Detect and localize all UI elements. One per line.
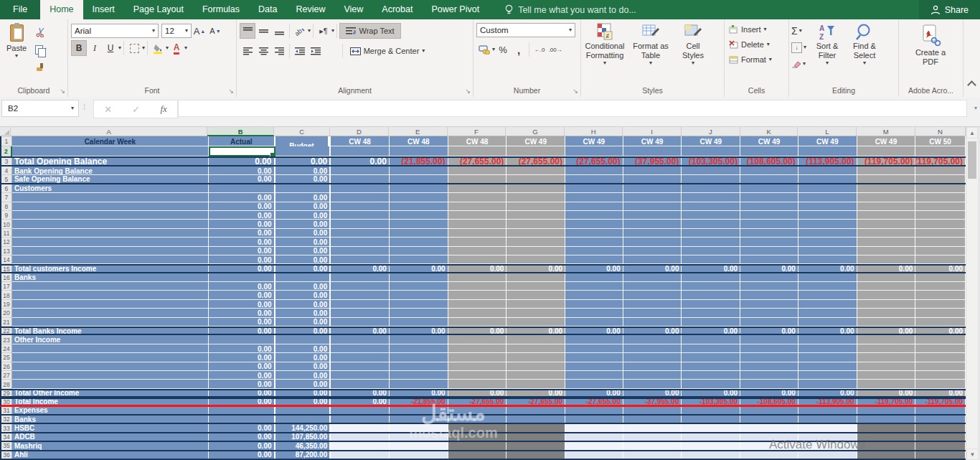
cell-G15[interactable]: 0.00 [507,266,565,271]
cell-J4[interactable] [682,166,740,175]
cell-A27[interactable] [12,371,209,380]
cell-D4[interactable] [331,166,390,175]
row-header-29[interactable]: 29 [1,390,12,396]
cell-L11[interactable] [798,229,857,238]
cell-C19[interactable]: 0.00 [275,300,331,309]
cell-D14[interactable] [331,255,390,264]
cell-E23[interactable] [390,335,448,344]
column-header-I[interactable]: I [623,127,682,136]
cell-N15[interactable]: 0.00 [915,266,966,271]
cell-N7[interactable] [915,193,966,202]
cell-L4[interactable] [798,166,857,175]
cell-C34[interactable]: 107,850.00 [275,433,331,441]
cell-E13[interactable] [390,247,448,255]
cell-J1[interactable]: CW 49 [682,136,740,146]
cell-J9[interactable] [682,211,740,220]
cell-J7[interactable] [682,193,740,202]
cell-K12[interactable] [740,238,798,246]
cell-K33[interactable] [740,424,798,431]
expand-formula-bar-icon[interactable]: ▾ [974,105,977,111]
cell-C6[interactable] [275,184,331,193]
row-header-13[interactable]: 13 [1,247,12,255]
cell-C28[interactable]: 0.00 [275,380,331,388]
cell-D21[interactable] [331,318,390,327]
cell-L29[interactable]: 0.00 [798,390,857,396]
cell-A34[interactable]: ADCB [12,433,209,441]
select-all-corner[interactable] [0,127,11,136]
cell-D10[interactable] [331,220,390,228]
comma-style-button[interactable]: , [511,42,527,57]
cell-H30[interactable]: -27,655.00 [565,399,623,404]
clipboard-dialog-launcher-icon[interactable]: ↘ [60,88,65,95]
cell-E4[interactable] [390,166,448,175]
cell-K17[interactable] [740,282,798,291]
cell-C23[interactable] [275,335,331,344]
cell-M26[interactable] [857,362,916,371]
cell-F5[interactable] [448,175,507,182]
cell-M13[interactable] [857,247,916,255]
cell-I20[interactable] [623,309,682,317]
cell-D19[interactable] [331,300,390,309]
cell-F24[interactable] [448,344,507,353]
cell-E26[interactable] [390,362,448,371]
cell-L10[interactable] [798,220,857,228]
scroll-down-button[interactable]: ▼ [966,449,979,460]
cell-H15[interactable]: 0.00 [565,266,623,271]
cell-N33[interactable] [915,424,966,431]
cell-L26[interactable] [798,362,857,371]
cell-J3[interactable]: (103,305.00) [682,158,740,165]
cell-B16[interactable] [209,273,275,282]
scrollbar-thumb[interactable] [968,141,976,179]
cell-M8[interactable] [857,202,916,211]
cell-J10[interactable] [682,220,740,228]
cell-C21[interactable]: 0.00 [275,318,331,327]
cell-G12[interactable] [507,238,565,246]
cell-F36[interactable] [448,451,507,459]
cell-J14[interactable] [682,255,740,264]
cell-A7[interactable] [12,193,209,202]
cell-J24[interactable] [682,344,740,353]
cell-N24[interactable] [915,344,966,353]
merged-cell-budget[interactable]: Budget [275,136,330,146]
cell-J36[interactable] [682,451,740,459]
cell-G2[interactable] [507,146,565,156]
cell-H35[interactable] [565,442,623,449]
cell-D20[interactable] [331,309,390,317]
cell-A6[interactable]: Customers [12,184,209,193]
cell-C35[interactable]: 46,350.00 [275,442,331,449]
cell-D27[interactable] [331,371,390,380]
cell-L8[interactable] [798,202,857,211]
cell-G8[interactable] [507,202,565,211]
cell-M20[interactable] [857,309,916,317]
cell-G26[interactable] [507,362,565,371]
formula-bar-grip[interactable]: ⁞ [83,103,85,111]
cell-D7[interactable] [331,193,390,202]
cell-N31[interactable] [915,407,966,414]
cell-H13[interactable] [565,247,623,255]
cell-B19[interactable]: 0.00 [209,300,275,309]
font-color-button[interactable]: A [169,40,184,56]
cell-G34[interactable] [507,433,565,441]
cell-L3[interactable]: (113,905.00) [798,158,857,165]
cell-C7[interactable]: 0.00 [275,193,331,202]
ribbon-tab-insert[interactable]: Insert [83,0,124,19]
cell-E7[interactable] [390,193,448,202]
cell-H12[interactable] [565,238,623,246]
cell-C9[interactable]: 0.00 [275,211,331,220]
cell-B2[interactable] [209,146,275,156]
cell-I16[interactable] [623,273,682,282]
cell-M30[interactable]: -119,705.00 [857,399,916,404]
cell-C4[interactable]: 0.00 [275,166,331,175]
cell-I23[interactable] [623,335,682,344]
row-header-35[interactable]: 35 [1,442,12,449]
cell-G27[interactable] [507,371,565,380]
cell-J26[interactable] [682,362,740,371]
cell-H18[interactable] [565,291,623,299]
cell-D30[interactable]: 0.00 [331,399,390,404]
cell-K24[interactable] [740,344,798,353]
cell-F10[interactable] [448,220,507,228]
cell-E6[interactable] [390,184,448,193]
cell-J23[interactable] [682,335,740,344]
cell-A18[interactable] [12,291,209,299]
cell-H6[interactable] [565,184,623,193]
